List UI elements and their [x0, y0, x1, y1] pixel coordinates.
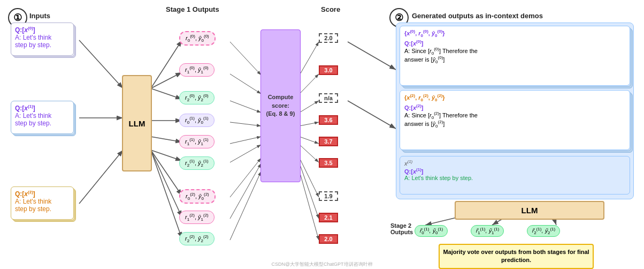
input0-a2: step by step. [15, 41, 51, 49]
demo2-a: A: Since [r0(2)] Therefore the [404, 111, 625, 120]
majority-vote-box: Majority vote over outputs from both sta… [439, 244, 594, 269]
input2-a: A: Let's think [15, 198, 51, 205]
stage1-outputs-label: Stage 1 Outputs [166, 5, 219, 13]
input1-q: Q:[x(1)] [15, 104, 35, 112]
svg-line-14 [230, 74, 261, 94]
score-label: Score [321, 5, 340, 13]
llm-box-1: LLM [122, 75, 152, 171]
right-panel: {x(0), r0(0), ŷ0(0)} Q:[x(0)] A: Since [… [396, 23, 634, 199]
score-badge-2-2: 3.5 [319, 158, 338, 168]
demo1-a: A: Since [r0(0)] Therefore the [404, 47, 625, 56]
majority-vote-text: Majority vote over outputs from both sta… [443, 249, 589, 263]
output-2-1: r1(1), ŷ1(1) [179, 135, 214, 148]
svg-line-12 [151, 150, 182, 238]
demo2-q: Q:[x(2)] [404, 103, 625, 111]
stage2-outputs-label: Stage 2Outputs [390, 222, 413, 235]
score-badge-2-0: 3.6 [319, 115, 338, 125]
input1-a: A: Let's think [15, 112, 51, 119]
stage2-out-1: r̃1(1), ỹ1(1) [471, 225, 504, 237]
output-3-2: r2(2), ŷ2(2) [179, 232, 214, 245]
svg-line-19 [230, 158, 261, 197]
demo2-set: {x(2), r0(2), ŷ0(2)} [404, 93, 625, 102]
input0-q: Q:[x(0)] [15, 26, 35, 34]
svg-line-16 [230, 122, 261, 126]
score-badge-3-0: 1.9 [319, 191, 338, 201]
watermark: CSDN@大学智能大模型ChatGPT培训咨询叶梓 [271, 261, 372, 268]
generated-outputs-label: Generated outputs as in-context demos [412, 12, 543, 20]
svg-line-13 [230, 42, 261, 75]
llm-label-2: LLM [522, 206, 538, 215]
svg-line-25 [300, 122, 319, 126]
svg-line-29 [300, 163, 319, 219]
input2-q: Q:[x(2)] [15, 190, 35, 198]
svg-line-3 [79, 150, 123, 204]
input2-a2: step by step. [15, 205, 51, 213]
svg-line-5 [151, 72, 182, 88]
output-3-0: r0(2), ŷ0(2) [179, 189, 216, 204]
svg-line-9 [151, 150, 182, 161]
diagram-container: ① Inputs Q:[x(0)] A: Let's think step by… [0, 0, 644, 269]
demo-area-1: {x(0), r0(0), ŷ0(0)} Q:[x(0)] A: Since [… [400, 26, 630, 86]
score-badge-1-2: n/a [319, 93, 338, 103]
score-badge-2-1: 3.7 [319, 137, 338, 146]
output-2-2: r2(1), ŷ2(1) [179, 156, 214, 170]
output-1-2: r2(0), ŷ2(0) [179, 91, 214, 104]
demo-area-3: x(1) Q:[x(1)] A: Let's think step by ste… [400, 156, 630, 195]
svg-line-22 [300, 42, 319, 75]
output-3-1: r1(2), ŷ1(2) [179, 211, 214, 224]
input-card-2: Q:[x(2)] A: Let's think step by step. [11, 186, 74, 220]
svg-line-6 [151, 88, 182, 99]
compute-score-label: Computescore:(Eq. 8 & 9) [266, 93, 295, 118]
demo1-a2: answer is [ŷ0(0)] [404, 55, 625, 64]
query-card-1: x(1) Q:[x(1)] A: Let's think step by ste… [400, 156, 630, 195]
demo2-a2: answer is [ŷ0(2)] [404, 119, 625, 129]
output-1-1: r1(0), ŷ1(0) [179, 63, 214, 77]
llm-box-2: LLM [455, 201, 604, 220]
demo1-set: {x(0), r0(0), ŷ0(0)} [404, 29, 625, 38]
input-card-0: Q:[x(0)] A: Let's think step by step. [11, 23, 74, 56]
svg-line-32 [348, 101, 396, 129]
stage2-label: ② [395, 12, 403, 24]
svg-line-21 [230, 171, 261, 240]
query-q: Q:[x(1)] [404, 168, 625, 175]
svg-line-20 [230, 163, 261, 219]
input0-a: A: Let's think [15, 34, 51, 41]
svg-line-30 [300, 171, 319, 240]
svg-line-1 [79, 40, 123, 88]
svg-line-4 [151, 40, 182, 88]
query-a: A: Let's think step by step. [404, 175, 625, 181]
score-badge-3-2: 2.0 [319, 234, 338, 244]
demo1-q: Q:[x(0)] [404, 39, 625, 47]
svg-line-17 [230, 137, 261, 144]
compute-score-box: Computescore:(Eq. 8 & 9) [260, 29, 301, 182]
stage1-label: ① [13, 12, 22, 24]
svg-line-28 [300, 158, 319, 197]
output-2-0: r0(1), ŷ0(1) [179, 114, 214, 127]
svg-line-11 [151, 150, 182, 217]
svg-line-8 [151, 137, 182, 142]
input1-a2: step by step. [15, 119, 51, 127]
score-badge-1-0: 2.0 [319, 33, 338, 43]
svg-line-18 [230, 145, 261, 162]
stage2-out-2: r̃2(1), ỹ2(1) [527, 225, 560, 237]
svg-line-24 [300, 101, 319, 113]
input-card-1: Q:[x(1)] A: Let's think step by step. [11, 101, 74, 134]
demo-area-2: {x(2), r0(2), ŷ0(2)} Q:[x(2)] A: Since [… [400, 90, 630, 150]
svg-line-10 [151, 150, 182, 196]
demo-card-2: {x(2), r0(2), ŷ0(2)} Q:[x(2)] A: Since [… [400, 90, 630, 150]
svg-line-15 [230, 101, 261, 113]
llm-label-1: LLM [129, 119, 145, 128]
svg-line-26 [300, 137, 319, 144]
score-badge-1-1: 3.0 [319, 65, 338, 75]
svg-line-31 [348, 42, 396, 70]
svg-line-23 [300, 74, 319, 94]
demo-card-1: {x(0), r0(0), ŷ0(0)} Q:[x(0)] A: Since [… [400, 26, 630, 86]
inputs-label: Inputs [29, 12, 50, 20]
svg-line-27 [300, 145, 319, 162]
output-1-0: r0(0), ŷ0(0) [179, 31, 216, 46]
score-badge-3-1: 2.1 [319, 213, 338, 222]
stage2-out-0: r̃0(1), ỹ0(1) [415, 225, 448, 237]
query-x1: x(1) [404, 159, 625, 167]
